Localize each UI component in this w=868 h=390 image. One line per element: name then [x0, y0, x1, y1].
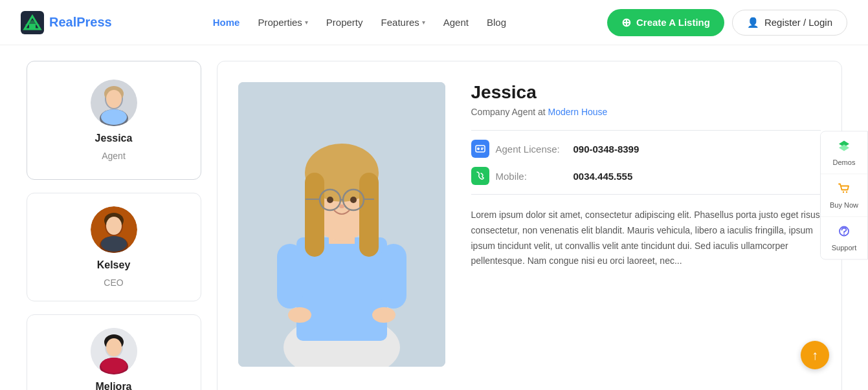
svg-rect-25: [277, 244, 303, 309]
avatar-meliora: [91, 328, 137, 374]
sidebar-agent-kelsey[interactable]: Kelsey CEO: [27, 193, 201, 301]
svg-rect-33: [359, 173, 379, 257]
plus-icon: ⊕: [621, 16, 631, 30]
sidebar-agent-meliora[interactable]: Meliora: [27, 314, 201, 390]
avatar-jessica: [91, 80, 137, 126]
navbar: RealPress Home Properties ▾ Property Fea…: [0, 0, 868, 45]
chevron-down-icon: ▾: [305, 19, 308, 26]
divider-2: [471, 194, 821, 195]
sidebar-kelsey-role: CEO: [104, 277, 123, 288]
svg-point-51: [843, 233, 845, 235]
svg-point-14: [106, 217, 122, 235]
svg-point-21: [101, 358, 127, 373]
license-value: 090-0348-8399: [573, 144, 640, 155]
svg-rect-3: [29, 24, 36, 29]
sidebar-jessica-role: Agent: [102, 151, 126, 161]
mobile-label: Mobile:: [496, 171, 567, 182]
svg-marker-47: [839, 144, 849, 151]
license-row: Agent License: 090-0348-8399: [471, 140, 821, 158]
svg-point-41: [339, 204, 344, 208]
agent-name-heading: Jessica: [471, 82, 821, 103]
agent-profile: Jessica Company Agent at Modern House: [238, 82, 821, 367]
agent-bio: Lorem ipsum dolor sit amet, consectetur …: [471, 208, 821, 269]
svg-point-9: [101, 109, 127, 125]
logo-text: RealPress: [49, 15, 112, 30]
nav-home[interactable]: Home: [213, 17, 240, 28]
support-button[interactable]: Support: [821, 217, 867, 259]
svg-point-20: [106, 338, 122, 356]
nav-property[interactable]: Property: [326, 17, 363, 28]
scroll-to-top-button[interactable]: ↑: [801, 341, 829, 369]
svg-point-39: [327, 197, 333, 203]
avatar-kelsey: [91, 206, 137, 253]
logo-icon: [21, 11, 44, 34]
agent-photo: [238, 82, 445, 367]
nav-properties[interactable]: Properties ▾: [258, 17, 307, 28]
demos-icon: [838, 139, 851, 155]
nav-features[interactable]: Features ▾: [381, 17, 425, 28]
nav-actions: ⊕ Create A Listing 👤 Register / Login: [607, 9, 847, 36]
phone-icon: [471, 167, 489, 185]
license-label: Agent License:: [496, 144, 567, 155]
sidebar-meliora-name: Meliora: [95, 381, 131, 390]
svg-point-27: [288, 307, 311, 323]
logo[interactable]: RealPress: [21, 11, 112, 34]
nav-links: Home Properties ▾ Property Features ▾ Ag…: [213, 17, 506, 28]
chevron-down-icon-2: ▾: [422, 19, 425, 26]
company-link[interactable]: Modern House: [548, 107, 608, 117]
sidebar-agent-jessica[interactable]: Jessica Agent: [27, 61, 201, 180]
user-icon: 👤: [747, 17, 759, 28]
support-icon: [838, 224, 851, 241]
license-icon: [471, 140, 489, 158]
sidebar-kelsey-name: Kelsey: [97, 259, 131, 271]
create-listing-button[interactable]: ⊕ Create A Listing: [607, 9, 724, 36]
svg-point-48: [843, 191, 844, 192]
svg-point-40: [350, 197, 357, 203]
svg-point-8: [106, 90, 122, 108]
svg-rect-32: [305, 173, 324, 257]
mobile-row: Mobile: 0034.445.555: [471, 167, 821, 185]
nav-agent[interactable]: Agent: [443, 17, 469, 28]
main-panel: Jessica Company Agent at Modern House: [217, 61, 842, 390]
mobile-value: 0034.445.555: [573, 171, 633, 182]
svg-rect-26: [381, 244, 406, 309]
sidebar-jessica-name: Jessica: [95, 133, 133, 144]
page-content: Jessica Agent Kelsey CEO: [14, 45, 855, 390]
agent-info: Jessica Company Agent at Modern House: [471, 82, 821, 367]
svg-point-15: [101, 236, 127, 252]
register-login-button[interactable]: 👤 Register / Login: [732, 10, 847, 36]
buynow-button[interactable]: Buy Now: [821, 174, 867, 217]
right-floating-panel: Demos Buy Now Support: [820, 131, 868, 259]
svg-point-49: [846, 191, 847, 192]
sidebar: Jessica Agent Kelsey CEO: [27, 61, 201, 390]
divider-1: [471, 130, 821, 131]
svg-point-43: [477, 147, 480, 150]
demos-button[interactable]: Demos: [821, 131, 867, 174]
svg-point-28: [372, 307, 395, 323]
cart-icon: [838, 182, 851, 198]
nav-blog[interactable]: Blog: [487, 17, 506, 28]
agent-company: Company Agent at Modern House: [471, 107, 821, 117]
